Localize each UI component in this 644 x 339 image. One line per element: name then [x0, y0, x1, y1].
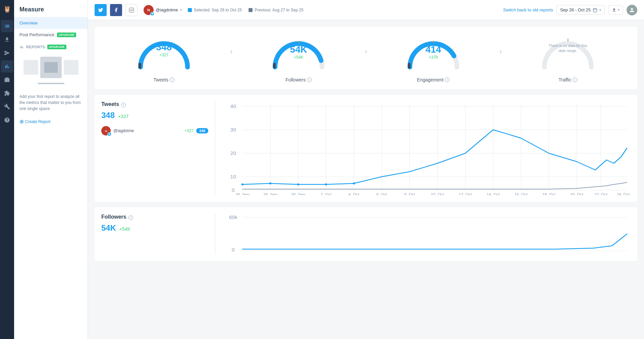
followers-change-value: +54K	[119, 226, 130, 232]
engagement-to-traffic-arrow: ›	[496, 47, 505, 56]
sidebar-item-post-performance[interactable]: Post Performance UPGRADE	[14, 29, 88, 41]
svg-point-37	[325, 183, 327, 185]
selected-legend: Selected: Sep 26 to Oct 25	[188, 8, 242, 12]
reports-upgrade-badge: UPGRADE	[47, 45, 66, 49]
export-button[interactable]: ▾	[608, 5, 623, 15]
followers-gauge-label: Followers i	[285, 77, 312, 82]
engagement-gauge-label: Engagement i	[417, 77, 449, 82]
tweets-account-badge: 348	[196, 128, 208, 133]
tweets-chart-svg: 40 30 20 10 0	[222, 101, 631, 195]
svg-text:24. Oct: 24. Oct	[616, 192, 630, 195]
svg-text:30: 30	[230, 127, 236, 132]
facebook-filter-button[interactable]	[110, 4, 122, 16]
tweets-metric-left: Tweets ? 348 +327 ia @iagdotme +327	[101, 101, 215, 195]
top-bar-right: Switch back to old reports Sep 26 - Oct …	[503, 5, 637, 15]
plugin-nav-icon[interactable]	[1, 87, 13, 99]
previous-legend-dot	[249, 8, 253, 12]
svg-text:30. Sep: 30. Sep	[291, 192, 305, 195]
svg-text:20. Oct: 20. Oct	[570, 192, 584, 195]
left-navigation: 🦉	[0, 0, 14, 339]
followers-warning: ⚠	[290, 40, 307, 44]
downloads-nav-icon[interactable]	[1, 34, 13, 46]
create-report-link[interactable]: ⊕ Create Report	[14, 116, 88, 127]
tweets-gauge-value: 348 +327	[156, 42, 172, 57]
traffic-gauge: ℹ There is no data for this date range. …	[505, 34, 631, 82]
svg-text:0: 0	[232, 247, 235, 252]
followers-metric-card: Followers ? 54K +54K 60k 0	[95, 207, 637, 261]
tweets-change: +327	[156, 53, 172, 57]
tweets-change-value: +327	[118, 114, 129, 119]
top-bar-left: ia @iagdotme ▾ Selected: Sep 26 to Oct 2…	[95, 4, 304, 16]
traffic-no-data-gauge: ℹ There is no data for this date range.	[538, 34, 598, 74]
svg-rect-9	[273, 63, 276, 68]
svg-text:16. Oct: 16. Oct	[515, 192, 528, 195]
svg-text:18. Oct: 18. Oct	[542, 192, 556, 195]
tweets-card-title: Tweets	[101, 101, 119, 107]
tweets-number: 348	[156, 42, 172, 53]
engagement-gauge-container: ⚠ 414 +379	[403, 34, 464, 74]
account-avatar: ia	[144, 5, 154, 15]
tweets-chart-area: 40 30 20 10 0	[215, 101, 631, 195]
tweets-account-name: @iagdotme	[113, 128, 182, 133]
svg-text:22. Oct: 22. Oct	[594, 192, 608, 195]
svg-text:0: 0	[232, 188, 235, 193]
svg-rect-4	[593, 8, 597, 12]
svg-text:4. Oct: 4. Oct	[348, 192, 360, 195]
instagram-filter-button[interactable]	[125, 4, 138, 16]
svg-point-3	[132, 8, 133, 9]
tweets-card-info-icon[interactable]: ?	[121, 103, 126, 107]
tweets-account-avatar: ia	[101, 126, 111, 135]
engagement-info-icon[interactable]: i	[445, 77, 449, 82]
sidebar: Measure Overview Post Performance UPGRAD…	[14, 0, 88, 339]
followers-chart-svg: 60k 0	[222, 214, 631, 254]
engagement-gauge-value: ⚠ 414 +379	[425, 40, 441, 60]
help-nav-icon[interactable]	[1, 114, 13, 126]
tweets-metric-card: Tweets ? 348 +327 ia @iagdotme +327	[95, 95, 637, 202]
gauges-section: 348 +327 Tweets i ›	[95, 27, 637, 89]
tweets-title-row: Tweets ?	[101, 101, 208, 109]
svg-text:🦉: 🦉	[3, 5, 11, 13]
tweets-gauge-label: Tweets i	[154, 77, 174, 82]
previous-legend: Previous: Aug 27 to Sep 25	[249, 8, 303, 12]
followers-card-title: Followers	[101, 214, 126, 220]
svg-text:60k: 60k	[229, 215, 238, 220]
analytics-nav-icon[interactable]	[1, 60, 13, 72]
date-picker-chevron-icon: ▾	[599, 8, 601, 12]
followers-card-info-icon[interactable]: ?	[128, 215, 133, 220]
tweets-info-icon[interactable]: i	[170, 77, 174, 82]
hootsuite-logo[interactable]: 🦉	[1, 3, 13, 15]
sidebar-item-overview[interactable]: Overview	[14, 17, 88, 29]
streams-nav-icon[interactable]	[1, 20, 13, 32]
account-name-label: @iagdotme	[156, 7, 178, 12]
post-performance-upgrade-badge: UPGRADE	[57, 33, 76, 37]
followers-main-value: 54K	[101, 223, 116, 232]
followers-info-icon[interactable]: i	[307, 77, 312, 82]
tweets-line-chart: 40 30 20 10 0	[222, 101, 631, 195]
twitter-filter-button[interactable]	[95, 4, 107, 16]
followers-number: 54K	[290, 44, 307, 55]
publish-nav-icon[interactable]	[1, 47, 13, 59]
user-avatar[interactable]	[627, 5, 637, 15]
traffic-gauge-label: Traffic i	[558, 77, 577, 82]
followers-gauge-container: ⚠ 54K +54K	[268, 34, 329, 74]
svg-point-35	[269, 182, 272, 184]
account-selector[interactable]: ia @iagdotme ▾	[141, 4, 184, 16]
svg-text:2. Oct: 2. Oct	[321, 192, 332, 195]
svg-text:6. Oct: 6. Oct	[376, 192, 387, 195]
svg-rect-2	[129, 8, 133, 12]
date-picker-button[interactable]: Sep 26 - Oct 25 ▾	[556, 5, 605, 15]
wrench-nav-icon[interactable]	[1, 101, 13, 113]
traffic-info-icon-label[interactable]: i	[573, 77, 577, 82]
tweets-account-twitter-badge	[107, 132, 111, 136]
followers-gauge: ⚠ 54K +54K Followers i	[236, 34, 362, 82]
traffic-gauge-container: ℹ There is no data for this date range.	[538, 34, 598, 74]
export-chevron-icon: ▾	[618, 8, 620, 12]
switch-reports-link[interactable]: Switch back to old reports	[503, 7, 553, 12]
twitter-badge	[150, 12, 154, 16]
sidebar-header: Measure	[14, 0, 88, 17]
reports-promo-area	[14, 51, 88, 90]
svg-point-38	[353, 182, 355, 184]
svg-text:8. Oct: 8. Oct	[404, 192, 415, 195]
traffic-no-data-text-container: ℹ There is no data for this date range.	[548, 38, 588, 54]
briefcase-nav-icon[interactable]	[1, 74, 13, 86]
